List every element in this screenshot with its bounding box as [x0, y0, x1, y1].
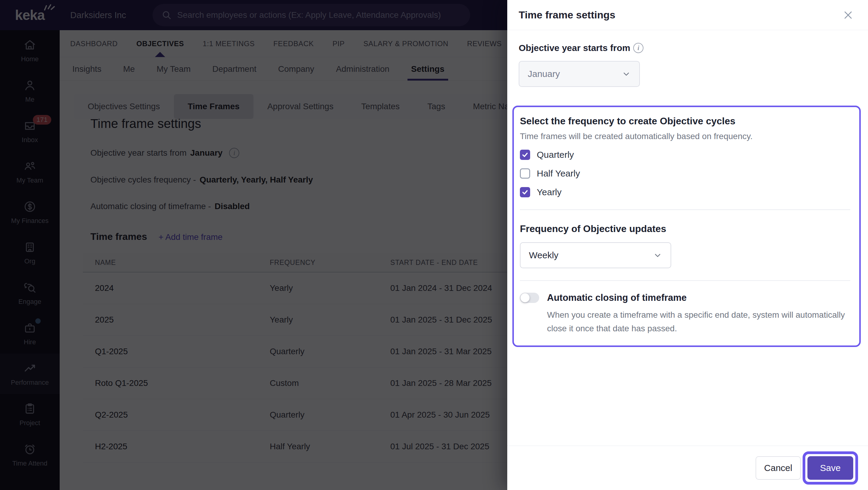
- panel-title: Time frame settings: [519, 9, 615, 21]
- checkbox-row-half-yearly: Half Yearly: [520, 168, 850, 179]
- close-icon[interactable]: [841, 8, 855, 22]
- divider: [520, 209, 850, 210]
- frequency-section-heading: Select the frequency to create Objective…: [520, 116, 850, 127]
- update-frequency-label: Frequency of Objective updates: [520, 223, 850, 234]
- quarterly-checkbox[interactable]: [520, 150, 530, 160]
- half-yearly-checkbox[interactable]: [520, 168, 530, 179]
- check-icon: [521, 151, 529, 158]
- auto-close-label: Automatic closing of timeframe: [547, 292, 687, 303]
- highlighted-settings-section: Select the frequency to create Objective…: [513, 106, 861, 347]
- checkbox-row-yearly: Yearly: [520, 187, 850, 197]
- info-icon[interactable]: i: [633, 43, 644, 53]
- save-button[interactable]: Save: [807, 456, 853, 480]
- time-frame-settings-panel: Time frame settings Objective year start…: [507, 0, 868, 490]
- divider: [520, 280, 850, 281]
- auto-close-toggle[interactable]: [520, 293, 539, 303]
- year-start-label: Objective year starts from: [519, 43, 630, 53]
- auto-close-description: When you create a timeframe with a speci…: [547, 308, 855, 335]
- update-frequency-select[interactable]: Weekly: [520, 242, 671, 268]
- cancel-button[interactable]: Cancel: [755, 456, 801, 480]
- toggle-knob: [521, 293, 530, 302]
- frequency-section-subtext: Time frames will be created automaticall…: [520, 132, 850, 141]
- save-button-highlight-ring: Save: [803, 451, 858, 485]
- chevron-down-icon: [653, 251, 662, 260]
- year-start-select[interactable]: January: [519, 61, 640, 87]
- check-icon: [521, 189, 529, 196]
- yearly-checkbox[interactable]: [520, 187, 530, 197]
- checkbox-row-quarterly: Quarterly: [520, 150, 850, 160]
- chevron-down-icon: [622, 69, 631, 79]
